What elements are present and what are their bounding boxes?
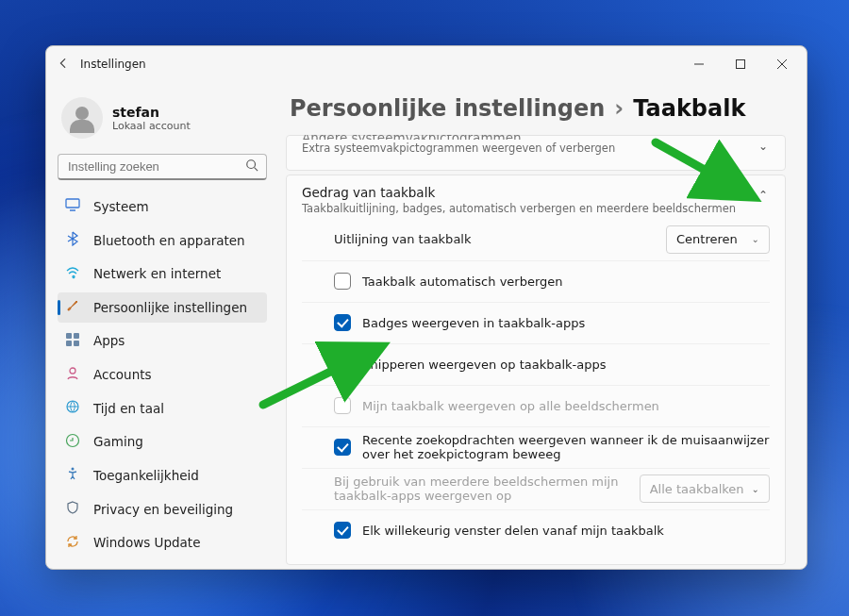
accessibility-icon [65, 466, 80, 484]
user-name: stefan [112, 105, 191, 120]
user-subtitle: Lokaal account [112, 120, 191, 132]
avatar [61, 97, 103, 139]
svg-point-7 [70, 368, 75, 374]
sidebar-item-label: Apps [93, 333, 125, 348]
search-icon [245, 158, 258, 175]
checkbox-recent-search[interactable] [334, 439, 351, 456]
maximize-button[interactable] [720, 50, 761, 78]
setting-label: Bij gebruik van meerdere beeldschermen m… [334, 474, 628, 503]
setting-label: Mijn taakbalk weergeven op alle beeldsch… [362, 399, 770, 413]
svg-rect-0 [737, 60, 745, 69]
svg-rect-3 [66, 333, 72, 339]
setting-alignment: Uitlijning van taakbalk Centreren ⌄ [302, 219, 770, 260]
breadcrumb: Persoonlijke instellingen › Taakbalk [286, 82, 786, 135]
sidebar-item-bluetooth[interactable]: Bluetooth en apparaten [58, 225, 267, 256]
setting-badges[interactable]: Badges weergeven in taakbalk-apps [302, 302, 770, 343]
svg-rect-6 [74, 341, 79, 346]
chevron-right-icon: › [614, 95, 624, 122]
sidebar-item-label: Windows Update [93, 535, 200, 550]
brush-icon [65, 298, 80, 316]
bluetooth-icon [65, 231, 80, 249]
card-taskbar-behaviour: Gedrag van taakbalk Taakbalkuitlijning, … [286, 175, 786, 565]
checkbox-flash[interactable] [334, 356, 351, 373]
window-title: Instellingen [80, 58, 146, 71]
sidebar-item-gaming[interactable]: Gaming [58, 426, 267, 457]
setting-multi-display-apps: Bij gebruik van meerdere beeldschermen m… [302, 468, 770, 509]
sidebar-item-label: Persoonlijke instellingen [93, 300, 247, 315]
setting-label: Elk willekeurig venster delen vanaf mijn… [362, 524, 770, 538]
gaming-icon [65, 433, 80, 451]
setting-label: Knipperen weergeven op taakbalk-apps [362, 358, 770, 372]
svg-rect-2 [66, 199, 79, 208]
chevron-up-icon[interactable]: ⌃ [757, 185, 770, 206]
card-title: Andere systeemvakpictogrammen [302, 135, 757, 140]
chevron-down-icon: ⌄ [752, 234, 759, 244]
sidebar-item-apps[interactable]: Apps [58, 326, 267, 357]
setting-label: Recente zoekopdrachten weergeven wanneer… [362, 433, 770, 461]
sidebar-item-update[interactable]: Windows Update [58, 527, 267, 558]
alignment-select[interactable]: Centreren ⌄ [666, 225, 770, 254]
setting-flash[interactable]: Knipperen weergeven op taakbalk-apps [302, 343, 770, 385]
user-block[interactable]: stefan Lokaal account [58, 90, 267, 150]
select-value: Alle taakbalken [650, 482, 744, 496]
sidebar-item-personalization[interactable]: Persoonlijke instellingen [58, 292, 267, 323]
checkbox-all-displays [334, 397, 351, 414]
sidebar-item-time[interactable]: Tijd en taal [58, 393, 267, 424]
sidebar-item-network[interactable]: Netwerk en internet [58, 258, 267, 289]
select-value: Centreren [676, 232, 738, 246]
svg-point-1 [247, 160, 256, 169]
setting-recent-search[interactable]: Recente zoekopdrachten weergeven wanneer… [302, 426, 770, 468]
wifi-icon [65, 265, 80, 283]
shield-icon [65, 500, 80, 518]
sidebar-item-label: Systeem [93, 199, 149, 214]
globe-icon [65, 399, 80, 417]
chevron-down-icon[interactable]: ⌄ [757, 136, 770, 157]
checkbox-share-window[interactable] [334, 522, 351, 539]
sidebar: stefan Lokaal account Systeem Bluetooth … [46, 82, 278, 569]
search-input[interactable] [66, 158, 245, 175]
back-button[interactable] [50, 57, 76, 73]
close-button[interactable] [761, 50, 803, 78]
card-header[interactable]: Gedrag van taakbalk Taakbalkuitlijning, … [302, 185, 770, 217]
svg-rect-4 [74, 333, 79, 339]
system-icon [65, 197, 80, 215]
breadcrumb-current: Taakbalk [633, 95, 745, 122]
titlebar: Instellingen [46, 46, 807, 82]
sidebar-item-system[interactable]: Systeem [58, 191, 267, 222]
settings-window: Instellingen stefan Lokaal account [45, 45, 807, 570]
sidebar-item-label: Privacy en beveiliging [93, 502, 233, 517]
sidebar-item-label: Toegankelijkheid [93, 468, 199, 483]
setting-all-displays: Mijn taakbalk weergeven op alle beeldsch… [302, 385, 770, 426]
update-icon [65, 534, 80, 552]
svg-rect-5 [66, 341, 72, 346]
setting-auto-hide[interactable]: Taakbalk automatisch verbergen [302, 260, 770, 302]
sidebar-item-label: Bluetooth en apparaten [93, 233, 245, 248]
sidebar-item-privacy[interactable]: Privacy en beveiliging [58, 494, 267, 524]
sidebar-item-label: Netwerk en internet [93, 266, 221, 281]
multi-display-select: Alle taakbalken ⌄ [640, 474, 770, 503]
breadcrumb-parent[interactable]: Persoonlijke instellingen [290, 95, 605, 122]
setting-share-window[interactable]: Elk willekeurig venster delen vanaf mijn… [302, 509, 770, 551]
checkbox-badges[interactable] [334, 314, 351, 331]
minimize-button[interactable] [678, 50, 720, 78]
setting-label: Taakbalk automatisch verbergen [362, 275, 770, 289]
apps-icon [65, 332, 80, 350]
sidebar-item-label: Tijd en taal [93, 401, 164, 416]
card-other-tray-icons[interactable]: Andere systeemvakpictogrammen Extra syst… [286, 135, 786, 171]
card-subtitle: Extra systeemvakpictogrammen weergeven o… [302, 142, 757, 157]
card-title: Gedrag van taakbalk [302, 185, 757, 200]
sidebar-item-accounts[interactable]: Accounts [58, 359, 267, 390]
sidebar-item-accessibility[interactable]: Toegankelijkheid [58, 460, 267, 491]
svg-point-10 [72, 468, 75, 471]
search-field[interactable] [58, 154, 267, 180]
setting-label: Uitlijning van taakbalk [334, 232, 655, 246]
chevron-down-icon: ⌄ [752, 484, 759, 494]
setting-label: Badges weergeven in taakbalk-apps [362, 316, 770, 330]
card-subtitle: Taakbalkuitlijning, badges, automatisch … [302, 202, 757, 217]
accounts-icon [65, 366, 80, 384]
main-pane: Persoonlijke instellingen › Taakbalk And… [278, 82, 807, 569]
sidebar-item-label: Gaming [93, 434, 143, 449]
checkbox-auto-hide[interactable] [334, 273, 351, 290]
sidebar-item-label: Accounts [93, 367, 152, 382]
